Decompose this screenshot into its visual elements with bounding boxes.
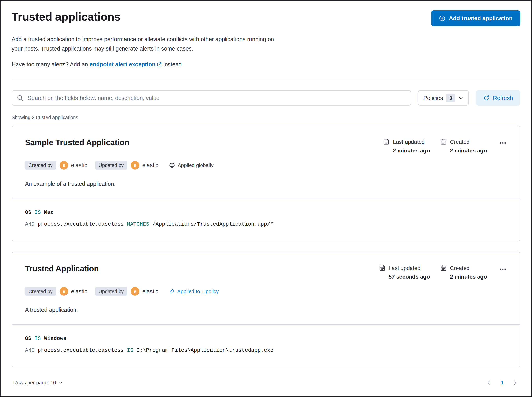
avatar: e	[131, 287, 139, 296]
calendar-icon	[440, 265, 446, 271]
toolbar: Policies 3 Refresh	[12, 90, 520, 106]
created-label: Created	[450, 265, 487, 271]
created-meta: Created 2 minutes ago	[440, 265, 487, 280]
showing-count-text: Showing 2 trusted applications	[12, 115, 520, 120]
user-name: elastic	[71, 162, 87, 169]
card-title: Trusted Application	[25, 263, 99, 274]
trusted-app-card: Trusted Application Last updated 57 seco…	[12, 252, 520, 367]
criteria-code: OS IS Mac AND process.executable.caseles…	[12, 198, 520, 241]
process-operator: MATCHES	[127, 221, 149, 227]
last-updated-label: Last updated	[389, 265, 430, 271]
avatar: e	[60, 161, 68, 170]
last-updated-value: 57 seconds ago	[389, 274, 430, 280]
updated-by-badge: Updated by	[95, 161, 127, 170]
page-description: Add a trusted application to improve per…	[12, 34, 520, 53]
last-updated-meta: Last updated 2 minutes ago	[383, 139, 430, 154]
add-button-label: Add trusted application	[449, 15, 513, 22]
badge-row: Created by e elastic Updated by e elasti…	[25, 161, 507, 170]
criteria-code: OS IS Windows AND process.executable.cas…	[12, 325, 520, 367]
rows-per-page-button[interactable]: Rows per page: 10	[13, 380, 63, 386]
policies-label: Policies	[423, 95, 443, 101]
search-icon	[17, 95, 23, 101]
last-updated-label: Last updated	[393, 139, 430, 145]
created-label: Created	[450, 139, 487, 145]
trusted-app-card: Sample Trusted Application Last updated …	[12, 125, 520, 241]
calendar-icon	[440, 139, 446, 145]
user-name: elastic	[142, 288, 158, 295]
trusted-applications-page: Trusted applications Add trusted applica…	[0, 0, 532, 386]
criteria-line: OS IS Mac	[25, 210, 507, 215]
process-field: process.executable.caseless	[38, 347, 124, 353]
and-conjunction: AND	[25, 221, 35, 227]
os-operator: IS	[35, 336, 41, 341]
alerts-hint: Have too many alerts? Add an endpoint al…	[12, 60, 520, 69]
card-description: A trusted application.	[25, 307, 507, 324]
updated-by-user: e elastic	[131, 161, 158, 170]
card-meta: Last updated 57 seconds ago Created	[379, 263, 507, 280]
refresh-icon	[483, 95, 489, 101]
scope-label: Applied to 1 policy	[177, 288, 219, 294]
endpoint-alert-exception-link[interactable]: endpoint alert exception	[90, 61, 162, 68]
pagination-page-1[interactable]: 1	[500, 379, 503, 386]
process-operator: IS	[127, 347, 133, 353]
add-trusted-application-button[interactable]: Add trusted application	[431, 10, 520, 26]
applied-globally: Applied globally	[169, 162, 214, 168]
created-by-user: e elastic	[60, 161, 87, 170]
calendar-icon	[383, 139, 389, 145]
alerts-prefix: Have too many alerts? Add an	[12, 61, 88, 68]
search-input[interactable]	[28, 95, 405, 101]
pagination-next-button[interactable]	[511, 379, 519, 386]
criteria-line: OS IS Windows	[25, 336, 507, 341]
boxes-horizontal-icon	[500, 140, 506, 146]
alerts-suffix: instead.	[163, 61, 183, 68]
process-value: C:\Program Files\Application\trustedapp.…	[136, 347, 274, 353]
applied-to-policy-link[interactable]: Applied to 1 policy	[169, 288, 219, 294]
pagination-previous-button[interactable]	[485, 379, 492, 386]
avatar: e	[60, 287, 68, 296]
refresh-button[interactable]: Refresh	[476, 90, 520, 106]
process-field: process.executable.caseless	[38, 221, 124, 227]
criteria-line: AND process.executable.caseless MATCHES …	[25, 221, 507, 227]
scope-label: Applied globally	[178, 162, 214, 168]
criteria-line: AND process.executable.caseless IS C:\Pr…	[25, 347, 507, 353]
chevron-down-icon	[58, 380, 63, 385]
badge-row: Created by e elastic Updated by e elasti…	[25, 287, 507, 296]
description-line-2: your hosts. Trusted applications may sti…	[12, 44, 520, 53]
refresh-label: Refresh	[493, 95, 513, 101]
globe-icon	[169, 162, 175, 168]
os-field: OS	[25, 210, 31, 215]
last-updated-meta: Last updated 57 seconds ago	[379, 265, 430, 280]
os-value: Windows	[44, 336, 66, 341]
boxes-horizontal-icon	[500, 266, 506, 273]
external-link-icon	[157, 62, 162, 67]
page-header: Trusted applications Add trusted applica…	[12, 10, 520, 26]
page-title: Trusted applications	[12, 10, 121, 24]
chevron-left-icon	[486, 380, 492, 386]
created-by-badge: Created by	[25, 161, 56, 170]
card-description: An example of a trusted application.	[25, 181, 507, 198]
os-value: Mac	[44, 210, 54, 215]
plus-circle-icon	[439, 15, 445, 21]
updated-by-user: e elastic	[131, 287, 158, 296]
os-field: OS	[25, 336, 31, 341]
and-conjunction: AND	[25, 347, 35, 353]
description-line-1: Add a trusted application to improve per…	[12, 34, 520, 44]
chevron-right-icon	[512, 380, 518, 386]
updated-by-badge: Updated by	[95, 287, 127, 296]
card-meta: Last updated 2 minutes ago Created	[383, 137, 507, 154]
link-icon	[169, 289, 175, 294]
avatar: e	[131, 161, 139, 170]
table-footer: Rows per page: 10 1	[12, 379, 520, 386]
section-divider	[12, 80, 520, 80]
chevron-down-icon	[458, 95, 463, 100]
search-bar	[12, 90, 411, 106]
rows-per-page-label: Rows per page: 10	[13, 380, 56, 386]
card-actions-button[interactable]	[499, 139, 507, 148]
card-title: Sample Trusted Application	[25, 137, 129, 148]
created-by-badge: Created by	[25, 287, 56, 296]
os-operator: IS	[35, 210, 41, 215]
card-actions-button[interactable]	[499, 265, 507, 274]
policies-dropdown[interactable]: Policies 3	[418, 90, 469, 106]
created-by-user: e elastic	[60, 287, 87, 296]
calendar-icon	[379, 265, 385, 271]
